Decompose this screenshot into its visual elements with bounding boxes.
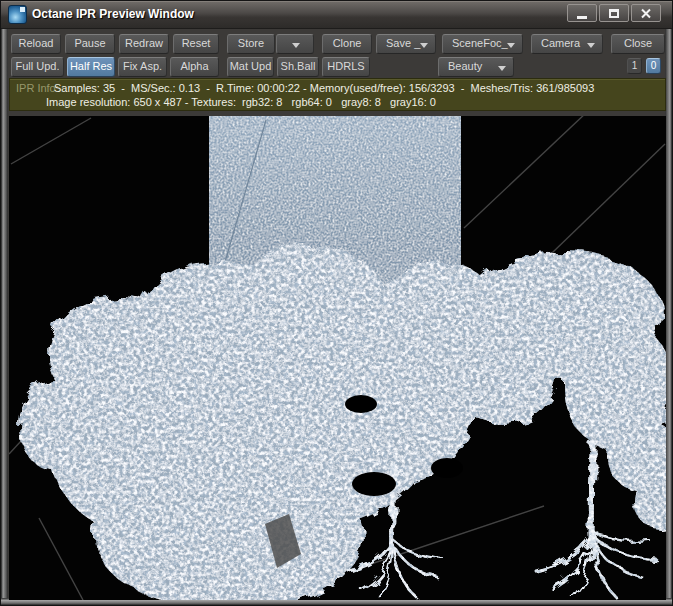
ipr-info-label: IPR Info: <box>16 82 59 94</box>
render-viewport[interactable] <box>9 116 666 600</box>
shader-ball-button[interactable]: Sh.Ball <box>277 57 319 77</box>
close-button[interactable]: Close <box>611 34 665 54</box>
maximize-icon <box>609 9 619 18</box>
chevron-down-icon <box>498 66 506 71</box>
ipr-stats-line1: Samples: 35 - MS/Sec.: 0.13 - R.Time: 00… <box>54 82 594 94</box>
buffer-1-button[interactable]: 1 <box>627 58 642 74</box>
window-border-left <box>1 27 8 605</box>
octane-app-icon <box>8 5 27 24</box>
save-dropdown[interactable]: Save _ <box>376 34 436 54</box>
full-update-button[interactable]: Full Upd. <box>11 57 64 77</box>
fix-aspect-button[interactable]: Fix Asp. <box>118 57 167 77</box>
window-border-right <box>665 27 672 605</box>
alpha-toggle[interactable]: Alpha <box>170 57 219 77</box>
maximize-button[interactable] <box>599 4 629 22</box>
camera-dropdown[interactable]: Camera <box>531 34 603 54</box>
store-dropdown-button[interactable] <box>276 34 314 54</box>
window-controls <box>567 4 661 22</box>
minimize-icon <box>577 16 587 19</box>
ipr-stats-line2: Image resolution: 650 x 487 - Textures: … <box>46 96 436 108</box>
close-icon <box>640 8 652 19</box>
reload-button[interactable]: Reload <box>11 34 61 54</box>
chevron-down-icon <box>507 43 515 48</box>
chevron-down-icon <box>587 43 595 48</box>
render-pass-dropdown[interactable]: Beauty <box>438 57 514 77</box>
chevron-down-icon <box>420 43 428 48</box>
buffer-0-button[interactable]: 0 <box>646 58 661 74</box>
toolbar-row-1: Reload Pause Redraw Reset Store Clone Sa… <box>1 34 672 54</box>
ipr-info-bar: IPR Info: Samples: 35 - MS/Sec.: 0.13 - … <box>9 78 666 111</box>
store-button[interactable]: Store <box>227 34 275 54</box>
toolbar-row-2: Full Upd. Half Res Fix Asp. Alpha Mat Up… <box>1 57 672 77</box>
chevron-down-icon <box>292 43 300 48</box>
half-res-toggle[interactable]: Half Res <box>67 57 115 77</box>
mat-update-button[interactable]: Mat Upd <box>227 57 274 77</box>
hdrls-button[interactable]: HDRLS <box>322 57 370 77</box>
titlebar[interactable]: Octane IPR Preview Window <box>1 1 672 29</box>
minimize-button[interactable] <box>567 4 597 22</box>
scene-focus-dropdown[interactable]: SceneFoc_ <box>442 34 523 54</box>
render-image <box>9 116 666 600</box>
redraw-button[interactable]: Redraw <box>119 34 169 54</box>
reset-button[interactable]: Reset <box>173 34 219 54</box>
pause-button[interactable]: Pause <box>65 34 115 54</box>
clone-button[interactable]: Clone <box>322 34 372 54</box>
window-title: Octane IPR Preview Window <box>32 7 194 21</box>
close-window-button[interactable] <box>631 4 661 22</box>
octane-ipr-window: Octane IPR Preview Window Reload Pause R… <box>0 0 673 606</box>
